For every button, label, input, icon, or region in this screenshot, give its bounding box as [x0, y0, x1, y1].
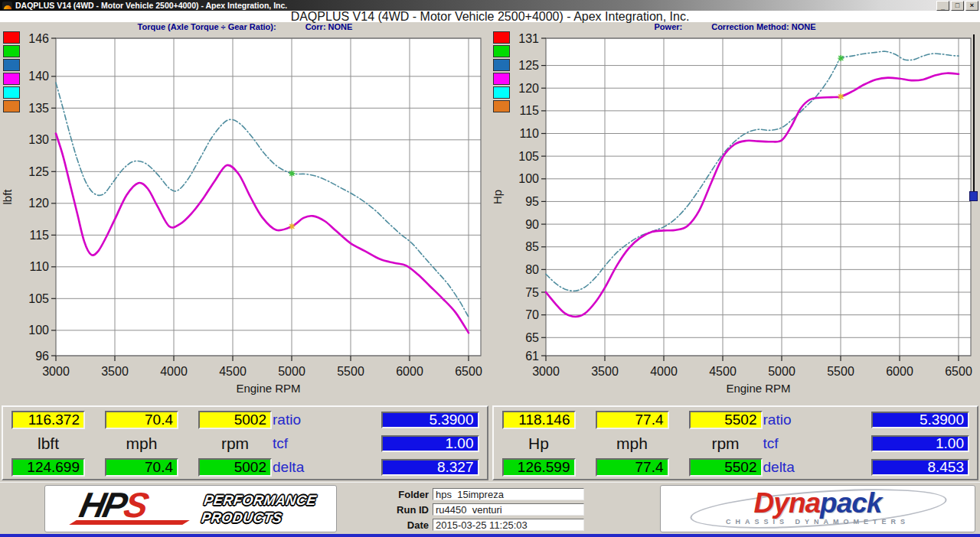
power-chart[interactable]: 1311251201151101051009590858075706561300… [490, 31, 980, 404]
magenta-swatch [493, 73, 510, 85]
power-chart-area: 1311251201151101051009590858075706561300… [490, 31, 980, 404]
speed-cursor-value: 77.4 [596, 411, 669, 429]
speed-unit-label: mph [105, 434, 178, 453]
svg-text:4500: 4500 [709, 365, 737, 378]
speed-cursor-value: 70.4 [105, 411, 178, 429]
tcf-label: tcf [763, 435, 779, 452]
svg-text:120: 120 [518, 82, 539, 95]
orange-swatch [3, 100, 20, 112]
svg-text:Engine RPM: Engine RPM [726, 382, 790, 395]
daqplus-window: DAQPLUS V14 (4WD - Motor Vehicle 2500+40… [0, 0, 980, 537]
svg-text:80: 80 [525, 263, 539, 276]
svg-text:4000: 4000 [160, 365, 188, 378]
svg-text:146: 146 [28, 32, 49, 45]
svg-text:140: 140 [28, 70, 49, 83]
ratio-label: ratio [273, 412, 301, 428]
delta-value: 8.327 [381, 459, 479, 476]
torque-header-label: Torque (Axle Torque ÷ Gear Ratio): [138, 22, 276, 31]
svg-text:120: 120 [28, 197, 49, 210]
run-id-label: Run ID [381, 504, 429, 516]
speed-reference-value: 77.4 [596, 458, 669, 477]
svg-text:90: 90 [525, 218, 539, 231]
restore-button[interactable]: □ [951, 1, 964, 11]
svg-text:110: 110 [29, 260, 49, 273]
power-cursor-value: 118.146 [502, 411, 576, 429]
folder-label: Folder [381, 489, 429, 500]
right-edge-scroll-thumb[interactable] [969, 191, 978, 201]
svg-text:Hp: Hp [491, 190, 504, 204]
svg-text:5500: 5500 [827, 365, 854, 378]
cursor-marker-reference [289, 171, 295, 177]
torque-readout-panel: 116.372 70.4 5002 lbft mph rpm 124.699 7… [2, 405, 488, 480]
magenta-swatch [3, 73, 20, 85]
svg-text:Engine RPM: Engine RPM [236, 382, 300, 395]
svg-text:105: 105 [518, 150, 539, 163]
power-readout-panel: 118.146 77.4 5502 Hp mph rpm 126.599 77.… [492, 405, 979, 480]
rpm-unit-label: rpm [198, 434, 272, 453]
svg-text:4000: 4000 [650, 365, 678, 378]
torque-chart-header: Torque (Axle Torque ÷ Gear Ratio): Corr:… [0, 22, 490, 31]
torque-cursor-value: 116.372 [11, 411, 85, 429]
cyan-swatch [493, 86, 510, 99]
svg-text:130: 130 [28, 133, 49, 146]
svg-text:5000: 5000 [768, 365, 795, 378]
svg-text:100: 100 [518, 172, 539, 185]
svg-text:6500: 6500 [945, 365, 972, 378]
rpm-reference-value: 5002 [198, 458, 272, 477]
red-swatch [3, 31, 20, 44]
speed-unit-label: mph [596, 434, 669, 453]
svg-text:115: 115 [29, 229, 49, 242]
svg-text:95: 95 [525, 195, 539, 208]
app-gauge-icon [2, 2, 12, 10]
dynapack-logo-text: Dynapack [661, 487, 975, 519]
rpm-unit-label: rpm [689, 434, 763, 453]
svg-text:5000: 5000 [278, 365, 305, 378]
folder-field[interactable] [433, 488, 584, 500]
channel-legend [493, 31, 510, 114]
power-header-label: Power: [655, 22, 683, 31]
minimize-button[interactable]: _ [936, 1, 949, 11]
svg-text:6000: 6000 [886, 365, 913, 378]
rpm-cursor-value: 5502 [689, 411, 763, 429]
blue-swatch [493, 59, 510, 71]
svg-text:70: 70 [525, 308, 539, 321]
close-button[interactable]: × [965, 1, 978, 11]
hps-logo: HPS PERFORMANCE PRODUCTS [44, 485, 337, 532]
svg-text:125: 125 [28, 165, 49, 178]
bottom-border-strip [0, 534, 980, 537]
blue-swatch [3, 59, 20, 71]
tcf-value: 1.00 [381, 435, 479, 452]
delta-label: delta [763, 459, 795, 476]
svg-text:96: 96 [35, 350, 49, 363]
torque-correction-label: Corr: NONE [305, 22, 353, 31]
svg-text:105: 105 [28, 292, 49, 305]
ratio-value: 5.3900 [871, 412, 969, 428]
svg-text:75: 75 [525, 286, 539, 299]
speed-reference-value: 70.4 [105, 458, 178, 477]
dynapack-logo: Dynapack CHASSIS DYNAMOMETERS [660, 485, 975, 532]
hps-logo-mark: HPS [76, 489, 191, 529]
right-edge-divider [973, 34, 975, 191]
power-correction-label: Correction Method: NONE [711, 22, 815, 31]
channel-legend [3, 31, 20, 114]
window-titlebar: DAQPLUS V14 (4WD - Motor Vehicle 2500+40… [0, 0, 980, 11]
svg-text:131: 131 [518, 32, 539, 45]
dynapack-subtitle: CHASSIS DYNAMOMETERS [661, 518, 975, 526]
svg-text:125: 125 [518, 59, 539, 72]
svg-text:6500: 6500 [455, 365, 482, 378]
power-chart-header: Power: Correction Method: NONE [490, 22, 980, 31]
svg-text:3500: 3500 [591, 365, 619, 378]
date-field[interactable] [433, 519, 584, 531]
torque-chart[interactable]: 1461401351301251201151101051009630003500… [0, 31, 490, 404]
delta-label: delta [273, 459, 304, 476]
page-title: DAQPLUS V14 (4WD - Motor Vehicle 2500+40… [0, 11, 980, 22]
run-id-field[interactable] [433, 503, 584, 516]
svg-text:135: 135 [28, 102, 49, 115]
ratio-value: 5.3900 [381, 412, 479, 428]
svg-text:5500: 5500 [337, 365, 364, 378]
torque-reference-value: 124.699 [11, 458, 85, 477]
torque-chart-area: 1461401351301251201151101051009630003500… [0, 31, 490, 404]
svg-text:6000: 6000 [396, 365, 423, 378]
tcf-label: tcf [273, 435, 288, 452]
green-swatch [3, 45, 20, 57]
